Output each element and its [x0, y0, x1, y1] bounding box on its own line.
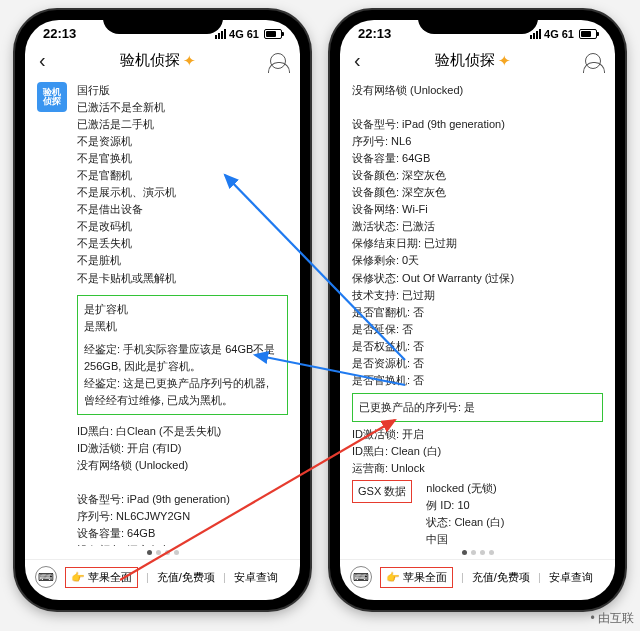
info-line: 是否资源机: 否 — [352, 355, 603, 372]
avatar[interactable]: 验机 侦探 — [37, 82, 67, 112]
notch — [418, 10, 538, 34]
info-line: 设备网络: Wi-Fi — [352, 201, 603, 218]
info-line: 不是展示机、演示机 — [77, 184, 288, 201]
info-line: 已激活是二手机 — [77, 116, 288, 133]
info-line: 保修剩余: 0天 — [352, 252, 603, 269]
info-line: ID激活锁: 开启 (有ID) — [77, 440, 288, 457]
nav-bar: ‹ 验机侦探✦ — [340, 41, 615, 78]
info-line: 不是卡贴机或黑解机 — [77, 270, 288, 287]
info-line: 没有网络锁 (Unlocked) — [352, 82, 603, 99]
info-line: 激活状态: 已激活 — [352, 218, 603, 235]
battery-icon — [264, 29, 282, 39]
info-line: 不是借出设备 — [77, 201, 288, 218]
page-title: 验机侦探 — [435, 51, 495, 70]
tab-android[interactable]: 安卓查询 — [234, 570, 278, 585]
info-line: 没有网络锁 (Unlocked) — [77, 457, 288, 474]
info-line: 设备容量: 64GB — [352, 150, 603, 167]
info-line: 是否延保: 否 — [352, 321, 603, 338]
profile-icon[interactable] — [585, 53, 601, 69]
phone-left: 22:13 4G 61 ‹ 验机侦探✦ 验机 侦探 国行版已激活不是全新机已激活… — [15, 10, 310, 610]
info-line: 技术支持: 已过期 — [352, 287, 603, 304]
info-line: 不是官翻机 — [77, 167, 288, 184]
info-line: 序列号: NL6 — [352, 133, 603, 150]
info-line: 不是官换机 — [77, 150, 288, 167]
info-line: 是否权益机: 否 — [352, 338, 603, 355]
info-line: 序列号: NL6CJWY2GN — [77, 508, 288, 525]
info-line: 不是改码机 — [77, 218, 288, 235]
bottom-bar: ⌨ 👉苹果全面 | 充值/免费项 | 安卓查询 — [25, 559, 300, 600]
info-line: 状态: Clean (白) — [426, 514, 504, 531]
verified-icon: ✦ — [498, 52, 511, 70]
tab-android[interactable]: 安卓查询 — [549, 570, 593, 585]
battery-icon — [579, 29, 597, 39]
info-line: 设备型号: iPad (9th generation) — [77, 491, 288, 508]
page-indicator — [25, 546, 300, 559]
bottom-bar: ⌨ 👉苹果全面 | 充值/免费项 | 安卓查询 — [340, 559, 615, 600]
info-line: 设备容量: 64GB — [77, 525, 288, 542]
info-line: 不是脏机 — [77, 252, 288, 269]
info-line: 设备颜色: 深空灰色 — [352, 167, 603, 184]
info-line: 是否官翻机: 否 — [352, 304, 603, 321]
info-line: 例 ID: 10 — [426, 497, 504, 514]
verified-icon: ✦ — [183, 52, 196, 70]
info-line: 已激活不是全新机 — [77, 99, 288, 116]
clock: 22:13 — [43, 26, 76, 41]
info-line — [352, 99, 603, 116]
profile-icon[interactable] — [270, 53, 286, 69]
chat-content-right: 没有网络锁 (Unlocked) 设备型号: iPad (9th generat… — [340, 78, 615, 546]
info-line: 国行版 — [77, 82, 288, 99]
info-line: 不是资源机 — [77, 133, 288, 150]
info-line: 保修结束日期: 已过期 — [352, 235, 603, 252]
page-indicator — [340, 546, 615, 559]
info-line — [77, 474, 288, 491]
back-button[interactable]: ‹ — [354, 49, 361, 72]
phone-right: 22:13 4G 61 ‹ 验机侦探✦ 没有网络锁 (Unlocked) 设备型… — [330, 10, 625, 610]
info-line: 保修状态: Out Of Warranty (过保) — [352, 270, 603, 287]
info-line: 设备颜色: 深空灰色 — [352, 184, 603, 201]
page-title: 验机侦探 — [120, 51, 180, 70]
info-line: 运营商: Unlock — [352, 460, 603, 477]
info-line: ID激活锁: 开启 — [352, 426, 603, 443]
nav-bar: ‹ 验机侦探✦ — [25, 41, 300, 78]
chat-content-left: 验机 侦探 国行版已激活不是全新机已激活是二手机不是资源机不是官换机不是官翻机不… — [25, 78, 300, 546]
tab-credit[interactable]: 充值/免费项 — [472, 570, 530, 585]
keyboard-icon[interactable]: ⌨ — [35, 566, 57, 588]
back-button[interactable]: ‹ — [39, 49, 46, 72]
tab-apple-full[interactable]: 👉苹果全面 — [65, 567, 138, 588]
info-line: 中国 — [426, 531, 504, 546]
keyboard-icon[interactable]: ⌨ — [350, 566, 372, 588]
tab-credit[interactable]: 充值/免费项 — [157, 570, 215, 585]
info-line: 不是丢失机 — [77, 235, 288, 252]
clock: 22:13 — [358, 26, 391, 41]
notch — [103, 10, 223, 34]
info-line: nlocked (无锁) — [426, 480, 504, 497]
info-line: 是否官换机: 否 — [352, 372, 603, 389]
info-line: 设备型号: iPad (9th generation) — [352, 116, 603, 133]
highlight-box-left: 是扩容机 是黑机 经鉴定: 手机实际容量应该是 64GB不是256GB, 因此是… — [77, 295, 288, 415]
info-line: ID黑白: Clean (白) — [352, 443, 603, 460]
watermark: • 由互联 — [590, 610, 634, 627]
highlight-box-right: 已更换产品的序列号: 是 — [352, 393, 603, 422]
gsx-label: GSX 数据 — [352, 480, 412, 503]
tab-apple-full[interactable]: 👉苹果全面 — [380, 567, 453, 588]
info-line: ID黑白: 白Clean (不是丢失机) — [77, 423, 288, 440]
